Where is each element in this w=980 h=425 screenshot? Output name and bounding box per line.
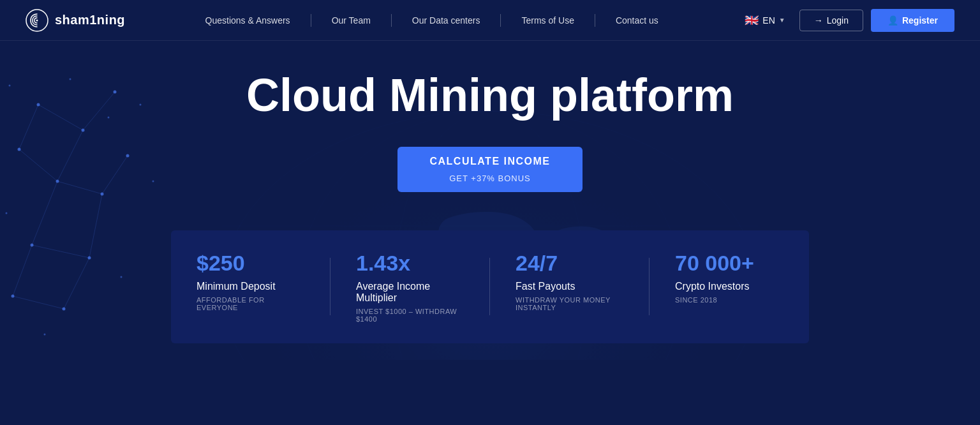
- login-label: Login: [827, 15, 849, 26]
- lang-code: EN: [762, 15, 775, 26]
- stat-sublabel-investors: SINCE 2018: [675, 296, 783, 304]
- stat-value-deposit: $250: [197, 251, 305, 276]
- cta-main-text: CALCULATE INCOME: [397, 147, 583, 171]
- hero-content: Cloud Mining platform CALCULATE INCOME G…: [0, 41, 980, 360]
- register-button[interactable]: 👤 Register: [871, 9, 954, 32]
- nav-sep-4: [595, 14, 595, 27]
- stat-payouts: 24/7 Fast Payouts WITHDRAW YOUR MONEY IN…: [490, 251, 650, 323]
- nav-team[interactable]: Our Team: [332, 15, 371, 26]
- logo[interactable]: sham1ning: [26, 9, 125, 32]
- nav-terms[interactable]: Terms of Use: [521, 15, 574, 26]
- hero-section: Cloud Mining platform CALCULATE INCOME G…: [0, 41, 980, 360]
- stat-multiplier: 1.43x Average Income Multiplier INVEST $…: [330, 251, 490, 323]
- stat-label-payouts: Fast Payouts: [516, 281, 624, 292]
- stat-sublabel-deposit: AFFORDABLE FOR EVERYONE: [197, 296, 305, 311]
- nav-qa[interactable]: Questions & Answers: [205, 15, 290, 26]
- stat-label-deposit: Minimum Deposit: [197, 281, 305, 292]
- stats-bar: $250 Minimum Deposit AFFORDABLE FOR EVER…: [171, 230, 809, 343]
- header-right: 🇬🇧 EN ▼ → Login 👤 Register: [738, 9, 954, 32]
- nav-sep-2: [391, 14, 392, 27]
- lang-flag: 🇬🇧: [745, 13, 759, 27]
- stat-minimum-deposit: $250 Minimum Deposit AFFORDABLE FOR EVER…: [171, 251, 330, 323]
- cta-button[interactable]: CALCULATE INCOME GET +37% BONUS: [397, 147, 583, 192]
- stat-investors: 70 000+ Crypto Investors SINCE 2018: [650, 251, 809, 323]
- register-label: Register: [902, 15, 938, 26]
- login-icon: →: [814, 15, 823, 26]
- nav-sep-3: [500, 14, 501, 27]
- stat-label-investors: Crypto Investors: [675, 281, 783, 292]
- login-button[interactable]: → Login: [799, 10, 863, 31]
- stat-value-payouts: 24/7: [516, 251, 624, 276]
- cta-sub-text: GET +37% BONUS: [397, 171, 583, 192]
- stat-value-multiplier: 1.43x: [356, 251, 464, 276]
- header: sham1ning Questions & Answers Our Team O…: [0, 0, 980, 41]
- stat-sublabel-multiplier: INVEST $1000 – WITHDRAW $1400: [356, 308, 464, 323]
- language-selector[interactable]: 🇬🇧 EN ▼: [738, 10, 791, 31]
- stat-value-investors: 70 000+: [675, 251, 783, 276]
- chevron-down-icon: ▼: [779, 17, 785, 24]
- stat-sublabel-payouts: WITHDRAW YOUR MONEY INSTANTLY: [516, 296, 624, 311]
- nav-contact[interactable]: Contact us: [616, 15, 658, 26]
- logo-icon: [26, 9, 48, 32]
- user-icon: 👤: [887, 15, 898, 26]
- svg-point-1: [36, 19, 38, 21]
- main-nav: Questions & Answers Our Team Our Data ce…: [205, 14, 658, 27]
- nav-sep-1: [311, 14, 311, 27]
- hero-title: Cloud Mining platform: [246, 70, 734, 121]
- nav-datacenters[interactable]: Our Data centers: [412, 15, 480, 26]
- stat-label-multiplier: Average Income Multiplier: [356, 281, 464, 304]
- logo-text: sham1ning: [55, 13, 125, 27]
